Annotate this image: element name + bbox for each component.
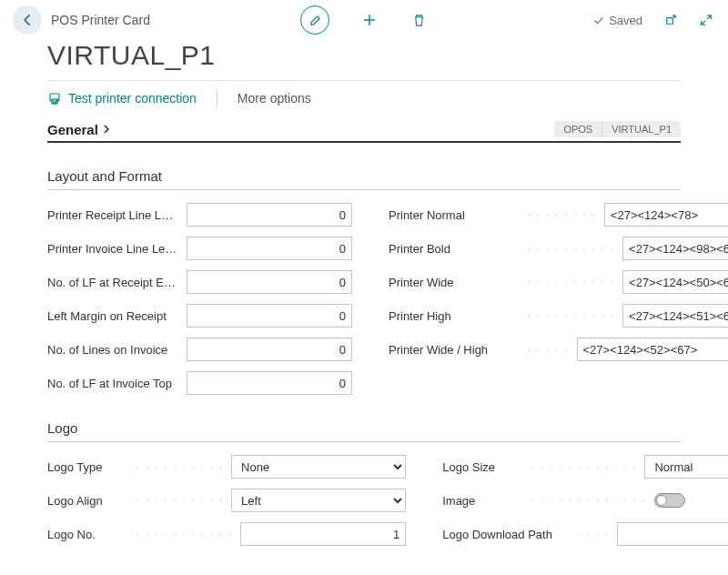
logo-heading: Logo: [47, 420, 681, 442]
popout-icon: [663, 14, 677, 27]
popout-button[interactable]: [661, 11, 679, 29]
lf-at-invoice-top-label: No. of LF at Invoice Top: [47, 377, 179, 390]
logo-type-label: Logo Type: [47, 460, 129, 474]
logo-download-path-label: Logo Download Path: [442, 528, 570, 541]
printer-normal-label: Printer Normal: [389, 208, 521, 222]
logo-align-select[interactable]: Left: [231, 489, 406, 512]
printer-normal-input[interactable]: [604, 203, 728, 227]
new-button[interactable]: [360, 11, 379, 29]
logo-no-label: Logo No.: [47, 528, 129, 541]
printer-invoice-line-length-label: Printer Invoice Line Le…: [47, 242, 179, 256]
printer-receipt-line-length-input[interactable]: [187, 203, 352, 227]
printer-high-input[interactable]: [622, 304, 728, 328]
test-printer-connection-label: Test printer connection: [68, 91, 197, 106]
top-bar: POS Printer Card Saved: [0, 0, 728, 36]
tag-virtual-p1: VIRTUAL_P1: [602, 121, 681, 137]
printer-wide-label: Printer Wide: [389, 276, 521, 289]
top-center-actions: [300, 5, 428, 35]
left-margin-on-receipt-label: Left Margin on Receipt: [47, 309, 179, 323]
pencil-icon: [308, 14, 322, 27]
trash-icon: [412, 14, 426, 27]
edit-button[interactable]: [300, 5, 329, 35]
general-heading: General: [47, 122, 98, 137]
logo-align-label: Logo Align: [47, 494, 129, 508]
printer-bold-label: Printer Bold: [389, 242, 521, 256]
lf-at-invoice-top-input[interactable]: [187, 371, 352, 395]
delete-button[interactable]: [410, 11, 428, 29]
expand-icon: [700, 14, 713, 26]
test-printer-connection-action[interactable]: Test printer connection: [47, 91, 197, 106]
printer-wide-high-input[interactable]: [577, 338, 728, 361]
printer-wide-high-label: Printer Wide / High: [389, 343, 521, 357]
left-margin-on-receipt-input[interactable]: [187, 304, 352, 328]
logo-no-input[interactable]: [240, 522, 406, 546]
action-bar: Test printer connection More options: [0, 81, 728, 116]
printer-receipt-line-length-label: Printer Receipt Line L…: [47, 208, 179, 222]
printer-bold-input[interactable]: [622, 237, 728, 260]
plus-icon: [362, 13, 377, 27]
logo-group: Logo Type · · · · · · · · · · None Logo …: [47, 455, 681, 546]
page-type-label: POS Printer Card: [51, 13, 150, 27]
page-title: VIRTUAL_P1: [0, 36, 728, 80]
printer-check-icon: [47, 91, 62, 106]
logo-size-select[interactable]: Normal: [644, 455, 728, 479]
lines-on-invoice-label: No. of Lines on Invoice: [47, 343, 179, 357]
general-section-header[interactable]: General OPOS VIRTUAL_P1: [47, 121, 681, 143]
image-toggle[interactable]: [654, 493, 685, 508]
action-separator: [217, 90, 217, 106]
arrow-left-icon: [20, 13, 35, 27]
back-button[interactable]: [13, 5, 42, 35]
lf-at-receipt-end-input[interactable]: [187, 270, 352, 294]
logo-type-select[interactable]: None: [231, 455, 406, 479]
more-options-action[interactable]: More options: [238, 91, 311, 106]
top-right-actions: Saved: [592, 11, 715, 29]
printer-high-label: Printer High: [389, 309, 521, 323]
logo-size-label: Logo Size: [442, 460, 524, 474]
printer-wide-input[interactable]: [622, 270, 728, 294]
layout-format-heading: Layout and Format: [47, 168, 681, 190]
expand-button[interactable]: [697, 11, 715, 29]
logo-download-path-input[interactable]: [617, 522, 728, 546]
layout-format-group: Printer Receipt Line L… Printer Invoice …: [47, 203, 681, 395]
lines-on-invoice-input[interactable]: [187, 338, 352, 361]
tag-opos: OPOS: [554, 121, 602, 137]
general-tags: OPOS VIRTUAL_P1: [554, 121, 681, 137]
image-label: Image: [442, 494, 524, 508]
saved-indicator: Saved: [592, 14, 642, 27]
chevron-right-icon: [102, 124, 111, 135]
check-icon: [592, 15, 604, 26]
printer-invoice-line-length-input[interactable]: [187, 237, 352, 260]
lf-at-receipt-end-label: No. of LF at Receipt E…: [47, 276, 179, 289]
saved-label: Saved: [609, 14, 642, 27]
